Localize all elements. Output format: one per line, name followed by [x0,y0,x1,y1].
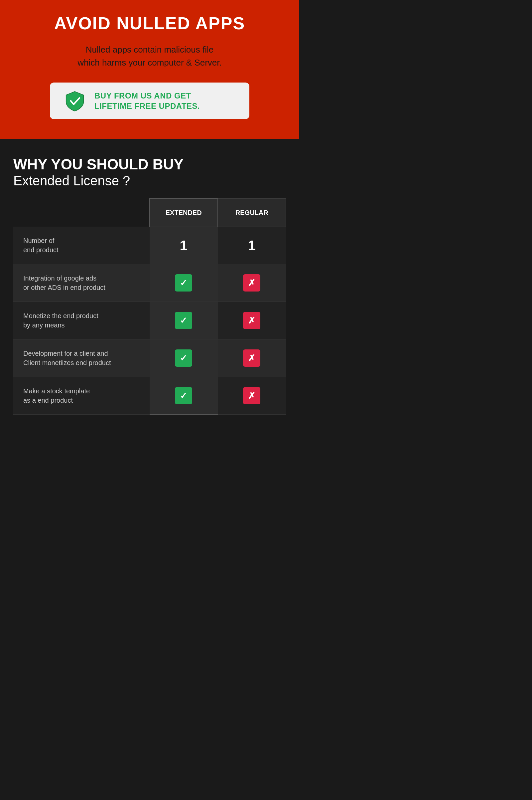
header-section: AVOID NULLED APPS Nulled apps contain ma… [0,0,299,139]
table-row: Integration of google adsor other ADS in… [13,264,286,302]
regular-value-cell: ✗ [218,264,286,302]
table-row: Monetize the end productby any means✓✗ [13,302,286,340]
header-title: AVOID NULLED APPS [7,13,292,33]
promo-text: BUY FROM US AND GET LIFETIME FREE UPDATE… [94,91,200,111]
col-extended-header: EXTENDED [150,199,218,227]
extended-value-cell: ✓ [150,340,218,377]
feature-cell: Monetize the end productby any means [13,302,150,340]
regular-number: 1 [248,238,255,253]
table-row: Number ofend product11 [13,226,286,264]
feature-cell: Number ofend product [13,226,150,264]
extended-value-cell: 1 [150,226,218,264]
cross-badge: ✗ [243,387,260,404]
promo-banner: BUY FROM US AND GET LIFETIME FREE UPDATE… [50,83,249,119]
comparison-table: EXTENDED REGULAR Number ofend product11I… [13,198,286,415]
shield-check-icon [63,89,87,112]
check-badge: ✓ [175,349,192,367]
cross-badge: ✗ [243,349,260,367]
table-row: Make a stock templateas a end product✓✗ [13,377,286,415]
feature-cell: Integration of google adsor other ADS in… [13,264,150,302]
why-section: WHY YOU SHOULD BUY Extended License ? EX… [0,139,299,422]
table-row: Development for a client andClient monet… [13,340,286,377]
cross-badge: ✗ [243,312,260,329]
col-regular-header: REGULAR [218,199,286,227]
regular-value-cell: ✗ [218,302,286,340]
feature-cell: Make a stock templateas a end product [13,377,150,415]
extended-value-cell: ✓ [150,264,218,302]
extended-number: 1 [180,238,188,253]
col-feature-header [13,199,150,227]
table-body: Number ofend product11Integration of goo… [13,226,286,415]
extended-value-cell: ✓ [150,377,218,415]
regular-value-cell: ✗ [218,340,286,377]
check-badge: ✓ [175,274,192,292]
why-title: WHY YOU SHOULD BUY Extended License ? [13,156,286,188]
check-badge: ✓ [175,387,192,404]
check-badge: ✓ [175,312,192,329]
feature-cell: Development for a client andClient monet… [13,340,150,377]
regular-value-cell: 1 [218,226,286,264]
extended-value-cell: ✓ [150,302,218,340]
cross-badge: ✗ [243,274,260,292]
table-header-row: EXTENDED REGULAR [13,199,286,227]
header-subtitle: Nulled apps contain malicious filewhich … [7,43,292,69]
regular-value-cell: ✗ [218,377,286,415]
